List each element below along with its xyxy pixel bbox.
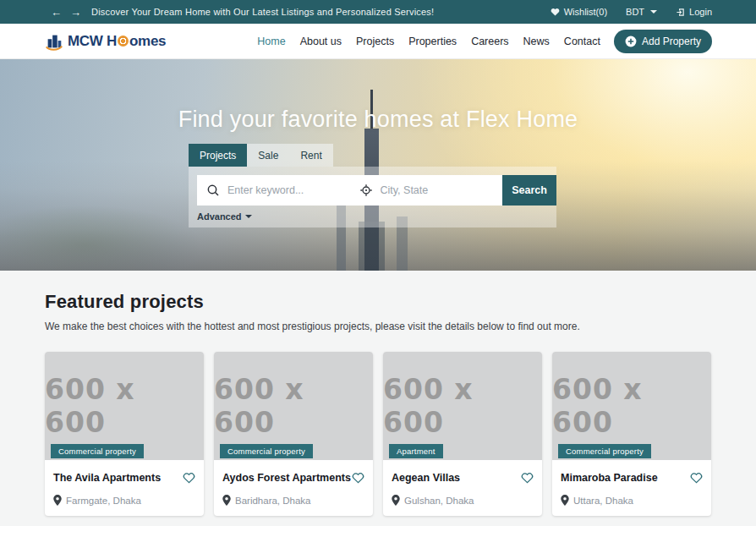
login-link[interactable]: Login bbox=[676, 7, 712, 17]
chevron-down-icon bbox=[245, 215, 252, 218]
card-body: Mimaroba Paradise Uttara, Dhaka bbox=[552, 460, 711, 516]
location-row: Farmgate, Dhaka bbox=[53, 495, 195, 506]
section-title: Featured projects bbox=[45, 291, 711, 313]
card-body: The Avila Apartments Farmgate, Dhaka bbox=[45, 460, 204, 516]
location-pin-icon bbox=[53, 495, 62, 506]
nav-item-careers[interactable]: Careers bbox=[471, 36, 508, 47]
location-pin-icon bbox=[222, 495, 231, 506]
card-body: Aydos Forest Apartments Baridhara, Dhaka bbox=[214, 460, 373, 516]
search-icon bbox=[206, 184, 220, 197]
announcement-text: Discover Your Dream Home with Our Latest… bbox=[91, 7, 434, 17]
hero-title: Find your favorite homes at Flex Home bbox=[0, 107, 756, 133]
placeholder-text: 600 x 600 bbox=[214, 373, 373, 439]
section-subtitle: We make the best choices with the hottes… bbox=[45, 321, 711, 332]
nav-item-properties[interactable]: Properties bbox=[408, 36, 457, 47]
tab-projects[interactable]: Projects bbox=[189, 144, 247, 167]
locate-icon bbox=[359, 184, 373, 197]
category-badge: Commercial property bbox=[558, 444, 651, 458]
location-row: Baridhara, Dhaka bbox=[222, 495, 364, 506]
hero-banner: Find your favorite homes at Flex Home Pr… bbox=[0, 59, 756, 271]
add-property-label: Add Property bbox=[642, 36, 701, 47]
carousel-arrows: ← → bbox=[51, 7, 81, 18]
city-state-input[interactable] bbox=[381, 184, 503, 196]
nav-item-projects[interactable]: Projects bbox=[356, 36, 394, 47]
heart-icon bbox=[551, 8, 560, 16]
nav-item-about[interactable]: About us bbox=[300, 36, 342, 47]
prev-arrow-icon[interactable]: ← bbox=[51, 7, 62, 18]
project-name[interactable]: Aegean Villas bbox=[392, 472, 460, 484]
brand-name: MCW Homes bbox=[68, 33, 166, 50]
featured-projects-section: Featured projects We make the best choic… bbox=[0, 271, 756, 526]
login-icon bbox=[676, 8, 685, 17]
location-pin-icon bbox=[392, 495, 400, 506]
favorite-heart-icon[interactable] bbox=[352, 472, 364, 484]
currency-select[interactable]: BDT bbox=[626, 7, 657, 17]
announcement-bar: ← → Discover Your Dream Home with Our La… bbox=[0, 0, 756, 24]
main-header: MCW Homes Home About us Projects Propert… bbox=[0, 24, 756, 59]
login-label: Login bbox=[689, 7, 712, 17]
advanced-toggle[interactable]: Advanced bbox=[197, 211, 556, 222]
project-location: Baridhara, Dhaka bbox=[235, 496, 311, 506]
project-card[interactable]: 600 x 600 Commercial property Mimaroba P… bbox=[552, 352, 711, 516]
buildings-icon bbox=[44, 31, 64, 52]
category-badge: Commercial property bbox=[51, 444, 144, 458]
search-button[interactable]: Search bbox=[502, 175, 556, 206]
search-tabs: Projects Sale Rent bbox=[189, 144, 333, 167]
favorite-heart-icon[interactable] bbox=[183, 472, 195, 484]
project-name[interactable]: Aydos Forest Apartments bbox=[222, 472, 351, 484]
wishlist-link[interactable]: Wishlist(0) bbox=[551, 7, 607, 17]
house-o-icon bbox=[118, 36, 129, 47]
wishlist-label: Wishlist(0) bbox=[564, 7, 607, 17]
placeholder-text: 600 x 600 bbox=[383, 373, 542, 439]
card-body: Aegean Villas Gulshan, Dhaka bbox=[383, 460, 542, 516]
placeholder-text: 600 x 600 bbox=[45, 373, 204, 439]
search-panel-body: Search Advanced bbox=[189, 167, 556, 227]
tab-rent[interactable]: Rent bbox=[289, 144, 332, 167]
project-location: Uttara, Dhaka bbox=[573, 496, 633, 506]
nav-item-home[interactable]: Home bbox=[257, 36, 285, 47]
project-location: Gulshan, Dhaka bbox=[404, 496, 474, 506]
category-badge: Commercial property bbox=[220, 444, 313, 458]
favorite-heart-icon[interactable] bbox=[690, 472, 703, 484]
location-pin-icon bbox=[561, 495, 569, 506]
nav-item-news[interactable]: News bbox=[523, 36, 550, 47]
project-name[interactable]: Mimaroba Paradise bbox=[561, 472, 658, 484]
brand-logo[interactable]: MCW Homes bbox=[44, 31, 166, 52]
next-arrow-icon[interactable]: → bbox=[70, 7, 81, 18]
favorite-heart-icon[interactable] bbox=[521, 472, 534, 484]
location-row: Gulshan, Dhaka bbox=[392, 495, 534, 506]
next-section-spacer bbox=[0, 526, 756, 559]
project-card[interactable]: 600 x 600 Commercial property The Avila … bbox=[45, 352, 204, 516]
chevron-down-icon bbox=[650, 10, 657, 14]
add-property-button[interactable]: Add Property bbox=[614, 30, 712, 53]
page: ← → Discover Your Dream Home with Our La… bbox=[0, 0, 756, 559]
category-badge: Apartment bbox=[389, 444, 443, 458]
placeholder-text: 600 x 600 bbox=[552, 373, 711, 439]
project-cards: 600 x 600 Commercial property The Avila … bbox=[45, 352, 711, 516]
location-row: Uttara, Dhaka bbox=[561, 495, 703, 506]
advanced-label: Advanced bbox=[197, 211, 242, 222]
main-nav: Home About us Projects Properties Career… bbox=[257, 36, 600, 47]
currency-label: BDT bbox=[626, 7, 644, 17]
project-card[interactable]: 600 x 600 Commercial property Aydos Fore… bbox=[214, 352, 373, 516]
nav-item-contact[interactable]: Contact bbox=[564, 36, 600, 47]
search-panel: Projects Sale Rent Search Advan bbox=[189, 144, 556, 227]
project-card[interactable]: 600 x 600 Apartment Aegean Villas Gulsha… bbox=[383, 352, 542, 516]
tab-sale[interactable]: Sale bbox=[247, 144, 289, 167]
project-name[interactable]: The Avila Apartments bbox=[53, 472, 161, 484]
project-location: Farmgate, Dhaka bbox=[66, 496, 141, 506]
search-bar: Search bbox=[197, 175, 556, 206]
plus-circle-icon bbox=[625, 36, 637, 47]
keyword-input[interactable] bbox=[227, 184, 350, 196]
